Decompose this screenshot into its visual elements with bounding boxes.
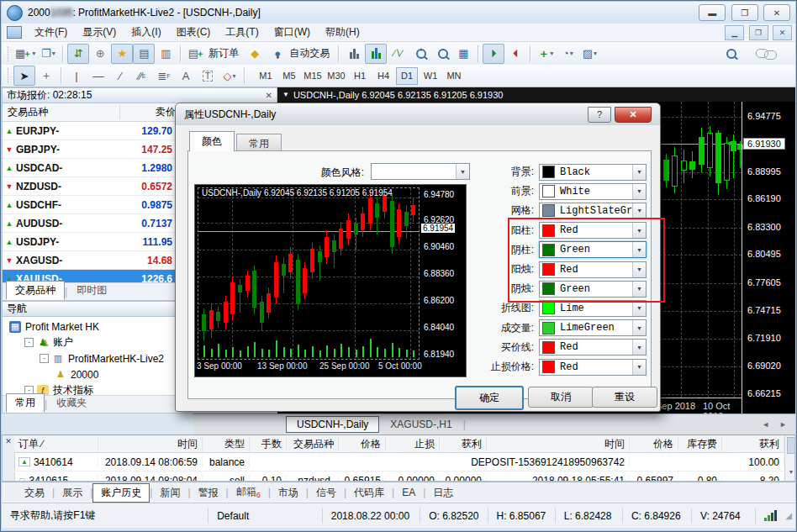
status-profile[interactable]: Default — [208, 508, 322, 524]
column-header[interactable]: 时间 — [487, 437, 630, 451]
ok-button[interactable]: 确定 — [455, 386, 524, 410]
chevron-down-icon[interactable]: ▼ — [632, 203, 646, 219]
chart-menu-icon[interactable]: ▼ — [282, 91, 289, 98]
chart-price-scale[interactable]: 6.947756.919306.889956.861906.833006.804… — [742, 102, 795, 413]
vertical-line-tool-button[interactable]: | — [66, 66, 87, 86]
indicators-button[interactable]: ＋▾ — [535, 44, 557, 64]
tile-windows-button[interactable]: ▦ — [452, 44, 474, 64]
bar-chart-type-button[interactable] — [343, 44, 365, 64]
column-header[interactable]: 获利 — [722, 437, 784, 451]
chevron-down-icon[interactable]: ▼ — [632, 262, 646, 277]
fibonacci-tool-button[interactable]: ≣F — [153, 66, 175, 86]
color-setting-select[interactable]: Black▼ — [539, 164, 647, 181]
new-order-label[interactable]: 新订单 — [208, 46, 239, 61]
menu-item[interactable]: 显示(V) — [75, 24, 124, 41]
terminal-tab-5[interactable]: 邮箱6 — [229, 483, 268, 501]
chat-button[interactable] — [754, 44, 779, 64]
column-header[interactable]: 价格 — [339, 437, 386, 451]
expand-icon[interactable]: - — [24, 338, 34, 347]
color-setting-select[interactable]: Green▼ — [539, 241, 647, 258]
zoom-out-button[interactable]: − — [430, 44, 452, 64]
metaeditor-button[interactable]: ◆ — [244, 44, 266, 64]
chevron-down-icon[interactable]: ▼ — [632, 340, 646, 355]
chart-shift-button[interactable]: ⏴ — [504, 44, 526, 64]
menu-item[interactable]: 插入(I) — [124, 24, 168, 41]
terminal-tab-10[interactable]: 日志 — [425, 484, 461, 502]
scrollbar-down-icon[interactable]: ▼ — [785, 469, 795, 475]
timeframe-button-h1[interactable]: H1 — [349, 67, 371, 85]
restore-button[interactable]: ❐ — [731, 4, 758, 21]
color-setting-select[interactable]: LightSlateGr▼ — [539, 203, 647, 219]
column-header[interactable]: 时间 — [98, 437, 203, 451]
toolbar-grip[interactable] — [8, 68, 11, 83]
chevron-down-icon[interactable]: ▼ — [632, 184, 646, 199]
menu-item[interactable]: 图表(C) — [169, 24, 219, 41]
terminal-tab-7[interactable]: 信号 — [309, 484, 344, 502]
column-header[interactable]: 获利 — [440, 437, 487, 451]
color-setting-select[interactable]: Red▼ — [539, 261, 647, 278]
mdi-close-button[interactable]: ✕ — [773, 25, 792, 40]
chart-scroll-right-icon[interactable]: ► — [779, 420, 787, 429]
chevron-down-icon[interactable]: ▼ — [632, 282, 646, 297]
column-symbol[interactable]: 交易品种 — [3, 105, 120, 119]
chevron-down-icon[interactable]: ▼ — [632, 223, 646, 238]
column-header[interactable]: 类型 — [203, 437, 250, 451]
chevron-down-icon[interactable]: ▼ — [632, 320, 646, 335]
chevron-down-icon[interactable]: ▼ — [632, 301, 646, 316]
color-setting-select[interactable]: Red▼ — [539, 339, 647, 356]
color-setting-select[interactable]: Red▼ — [539, 222, 647, 239]
terminal-close-icon[interactable]: ✕ — [3, 435, 14, 445]
color-setting-select[interactable]: Lime▼ — [539, 300, 647, 317]
reset-button[interactable]: 重设 — [592, 387, 657, 408]
terminal-tab-3[interactable]: 新闻 — [152, 484, 187, 502]
timeframe-button-mn[interactable]: MN — [443, 67, 465, 85]
toolbar-grip[interactable] — [8, 46, 11, 61]
timeframe-button-m1[interactable]: M1 — [255, 67, 277, 85]
terminal-tab-2[interactable]: 账户历史 — [92, 483, 150, 503]
horizontal-line-tool-button[interactable]: — — [87, 66, 109, 86]
close-button[interactable]: ✕ — [763, 4, 790, 21]
chart-scroll-left-icon[interactable]: ◄ — [762, 420, 769, 429]
column-header[interactable]: 手数 — [250, 437, 287, 451]
timeframe-button-h4[interactable]: H4 — [372, 67, 394, 85]
column-header[interactable]: 订单 ∕ — [14, 437, 98, 451]
market-watch-close-icon[interactable]: ✕ — [266, 91, 272, 100]
dialog-close-button[interactable]: ✕ — [615, 107, 652, 123]
search-button[interactable] — [720, 44, 742, 64]
menu-item[interactable]: 窗口(W) — [267, 24, 318, 41]
new-order-button[interactable]: ▤＋ — [185, 44, 207, 64]
menu-item[interactable]: 文件(F) — [27, 24, 75, 41]
shapes-tool-button[interactable]: ◇▾ — [219, 66, 240, 86]
market-watch-tab[interactable]: 交易品种 — [6, 281, 65, 300]
menu-item[interactable]: 帮助(H) — [318, 24, 367, 41]
tab-colors[interactable]: 颜色 — [189, 131, 235, 151]
timeframe-button-m30[interactable]: M30 — [325, 67, 347, 85]
color-setting-select[interactable]: LimeGreen▼ — [539, 319, 647, 336]
terminal-toggle-button[interactable]: ▤ — [133, 44, 155, 64]
timeframe-button-m15[interactable]: M15 — [302, 67, 324, 85]
channel-tool-button[interactable]: ∕∕E — [131, 66, 153, 86]
chart-tab[interactable]: USDCNH-,Daily — [286, 416, 379, 433]
autotrading-label[interactable]: 自动交易 — [289, 46, 330, 61]
auto-scroll-button[interactable]: ⏵ — [483, 44, 504, 64]
navigator-tab[interactable]: 收藏夹 — [47, 393, 96, 413]
connection-status-icon[interactable] — [755, 508, 785, 524]
market-watch-toggle-button[interactable]: ⇵ — [67, 44, 89, 64]
market-watch-tab[interactable]: 即时图 — [67, 281, 116, 300]
color-setting-select[interactable]: White▼ — [539, 183, 647, 200]
timeframe-button-m5[interactable]: M5 — [278, 67, 300, 85]
dialog-help-button[interactable]: ? — [588, 107, 611, 123]
crosshair-tool-button[interactable]: ＋ — [35, 66, 57, 86]
table-row[interactable]: ▲34106142018.09.14 08:06:59balanceDEPOSI… — [14, 453, 784, 471]
color-setting-select[interactable]: Green▼ — [539, 281, 647, 298]
column-header[interactable]: 库存费 — [678, 437, 722, 451]
trendline-tool-button[interactable]: ∕ — [109, 66, 131, 86]
column-header[interactable]: 止损 — [386, 437, 440, 451]
text-tool-button[interactable]: A — [175, 66, 197, 86]
candlestick-chart-type-button[interactable] — [365, 44, 387, 64]
chevron-down-icon[interactable]: ▼ — [632, 242, 646, 257]
terminal-tab-8[interactable]: 代码库 — [346, 484, 392, 502]
menu-item[interactable]: 工具(T) — [218, 24, 266, 41]
terminal-tab-6[interactable]: 市场 — [271, 484, 306, 502]
terminal-tab-1[interactable]: 展示 — [55, 484, 90, 502]
